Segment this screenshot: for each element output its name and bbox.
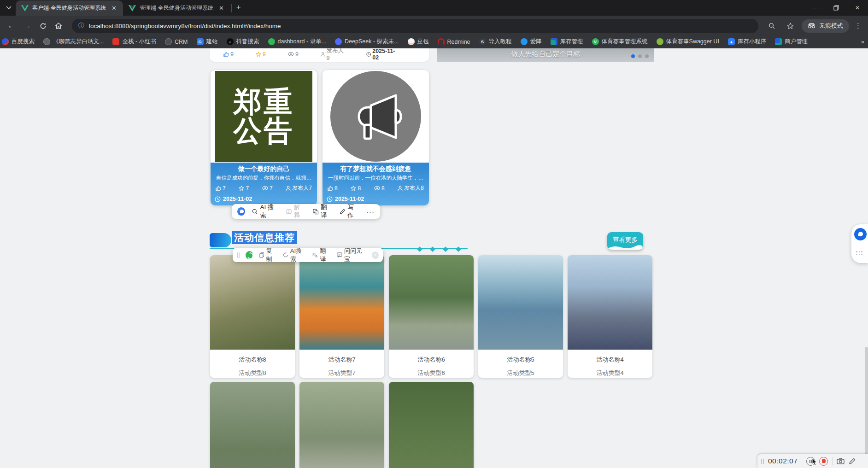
menu-dots-icon[interactable]: ⋮: [854, 22, 863, 30]
close-icon[interactable]: ×: [372, 252, 379, 259]
tab-close-icon[interactable]: ✕: [110, 4, 118, 12]
view-more-button[interactable]: 查看更多: [607, 232, 643, 250]
star-icon: [351, 186, 356, 191]
bookmark-item[interactable]: DeepSeek - 探索未...: [335, 38, 399, 46]
window-restore-button[interactable]: [826, 0, 847, 16]
carousel-dot[interactable]: [638, 54, 642, 58]
stop-record-button[interactable]: [819, 457, 828, 466]
activity-name: 活动名称6: [389, 356, 474, 364]
home-icon[interactable]: [52, 19, 65, 33]
bookmark-item[interactable]: 爱降: [521, 38, 542, 46]
carousel-dot[interactable]: [645, 54, 649, 58]
bookmark-item[interactable]: 商户管理: [775, 38, 808, 46]
translate-button[interactable]: A 翻译: [313, 203, 333, 220]
activity-name: 活动名称4: [568, 356, 652, 364]
bookmark-item[interactable]: V体育赛事管理系统: [592, 38, 648, 46]
carousel-dot-active[interactable]: [631, 54, 635, 58]
dashboard-icon: [268, 38, 275, 45]
assistant-logo-icon[interactable]: [854, 228, 867, 240]
page-scrollbar-thumb[interactable]: [865, 347, 868, 467]
new-tab-button[interactable]: +: [233, 2, 245, 13]
diamond-icon: ◆: [417, 245, 422, 253]
window-close-button[interactable]: ✕: [847, 0, 868, 16]
activity-card[interactable]: 活动名称6 活动类型6: [389, 255, 474, 378]
bookmark-item[interactable]: CRM: [165, 38, 188, 45]
bookmark-item[interactable]: 豆包: [408, 38, 429, 46]
url-text[interactable]: localhost:8080/springbootavwmry8v/front/…: [89, 23, 281, 29]
translate-button[interactable]: 文A 翻译: [312, 247, 331, 263]
more-options-icon[interactable]: ···: [366, 208, 375, 216]
activity-photo: [299, 382, 384, 468]
ai-search-icon: [283, 252, 288, 258]
tutorial-icon: S: [479, 38, 486, 45]
bookmark-item[interactable]: 库存管理: [551, 38, 583, 46]
ai-search-button[interactable]: AI搜索: [283, 247, 306, 263]
bookmark-item[interactable]: 百度搜索: [2, 38, 35, 46]
tab-client[interactable]: 客户端-全民健身活动管理系统 ✕: [16, 0, 123, 16]
publisher-stat: 发布人7: [286, 184, 312, 192]
globe-icon: [165, 38, 172, 45]
tab-admin[interactable]: 管理端-全民健身活动管理系统 ✕: [123, 0, 230, 16]
bookmark-item[interactable]: Redmine: [438, 38, 470, 45]
bookmark-item[interactable]: 全栈 - 小红书: [112, 38, 156, 46]
camera-icon[interactable]: [837, 458, 845, 464]
assistant-side-widget[interactable]: [851, 224, 868, 263]
bookmark-item[interactable]: 体育赛事Swagger UI: [657, 38, 719, 46]
activity-card[interactable]: 活动名称5 活动类型5: [478, 255, 563, 378]
zoom-icon[interactable]: [765, 19, 779, 33]
activity-card[interactable]: 活动名称7 活动类型7: [299, 255, 384, 378]
ask-yuanbao-button[interactable]: 问问元宝: [337, 247, 366, 263]
diamond-icon: ◆: [456, 245, 461, 253]
announcement-card[interactable]: 有了梦想就不会感到疲惫 一段时间以前，一位在港的大陆学生，… 8 8 8 发布人…: [323, 70, 429, 205]
back-icon[interactable]: ←: [5, 19, 18, 33]
announcement-image: [323, 70, 429, 163]
tab-close-icon[interactable]: ✕: [217, 4, 226, 12]
announcement-date: 2025-11-02: [327, 196, 425, 202]
bookmark-item[interactable]: G建站: [197, 38, 218, 46]
ai-assistant-logo-icon[interactable]: [237, 207, 245, 216]
bookmark-item[interactable]: S导入教程: [479, 38, 512, 46]
pencil-icon[interactable]: [849, 458, 856, 465]
bookmark-item[interactable]: ▲库存小程序: [728, 38, 767, 46]
ai-search-button[interactable]: AI 搜索: [252, 203, 279, 220]
merchant-icon: [775, 38, 782, 45]
copy-button[interactable]: 复制: [259, 247, 277, 263]
site-info-icon[interactable]: ⓘ: [78, 22, 84, 30]
translate-icon: A: [313, 209, 318, 215]
cutoff-announcement-card[interactable]: 9 9 9 发布人9 2025-11-02: [210, 48, 429, 62]
activity-card[interactable]: [299, 382, 384, 468]
bookmark-item[interactable]: dashboard - 录单...: [268, 38, 327, 46]
reload-icon[interactable]: [36, 19, 50, 33]
bookmark-star-icon[interactable]: [783, 19, 797, 33]
recorder-drag-handle[interactable]: [761, 459, 764, 464]
carousel-banner[interactable]: 做人先给自己定个目标: [437, 48, 654, 62]
activity-photo: [210, 255, 295, 350]
activity-card[interactable]: 活动名称4 活动类型4: [568, 255, 652, 378]
explain-button[interactable]: 解释: [286, 203, 306, 220]
bookmark-item[interactable]: ♪抖音搜索: [227, 38, 259, 46]
bookmarks-overflow-chevron[interactable]: »: [861, 38, 864, 45]
address-bar[interactable]: ⓘ localhost:8080/springbootavwmry8v/fron…: [72, 19, 758, 33]
drag-handle[interactable]: [237, 252, 240, 258]
assistant-logo-icon[interactable]: [246, 251, 253, 259]
swagger-icon: [657, 38, 663, 45]
tab-search-chevron-icon[interactable]: [3, 2, 15, 14]
announcement-card[interactable]: 郑重 公告 做一个最好的自己 自信是成功的前提，你拥有自信，就拥… 7 7 7 …: [211, 70, 317, 205]
activity-card[interactable]: [389, 382, 474, 468]
divider: [832, 457, 833, 465]
carousel-dots: [631, 54, 649, 58]
widget-drag-dots[interactable]: [856, 251, 863, 255]
bookmark-item[interactable]: 《聊斋志异白话文...: [43, 38, 104, 46]
activity-card[interactable]: 活动名称8 活动类型8: [210, 255, 295, 378]
announcement-title: 做一个最好的自己: [215, 165, 313, 173]
window-minimize-button[interactable]: ─: [804, 0, 826, 16]
notice-image: 郑重 公告: [215, 71, 312, 162]
activity-card[interactable]: [210, 382, 295, 468]
ailong-icon: [521, 38, 528, 45]
forward-icon[interactable]: →: [20, 19, 34, 33]
wave-decoration: [607, 245, 643, 250]
incognito-glasses-icon: [808, 23, 815, 29]
write-button[interactable]: 写作: [340, 203, 359, 220]
eye-icon: [262, 186, 268, 191]
miniprogram-icon: ▲: [728, 38, 735, 45]
